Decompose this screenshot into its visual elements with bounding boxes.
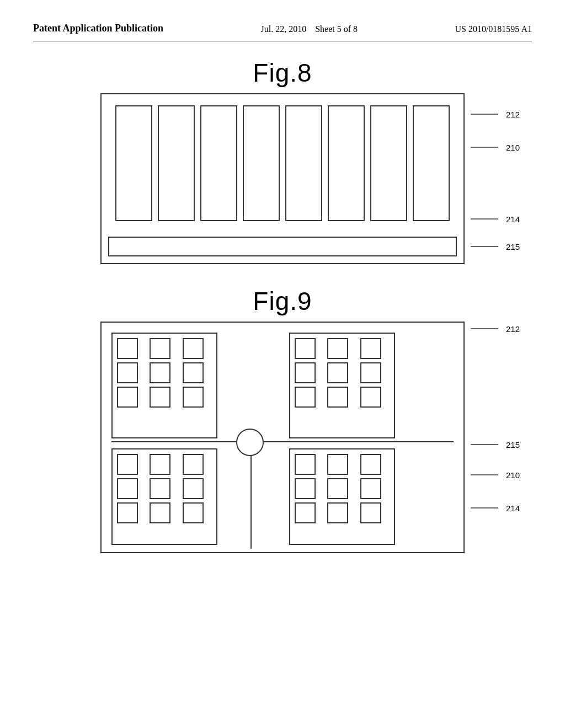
grid-bottom-left bbox=[111, 448, 217, 545]
ref-214-fig9: 214 bbox=[471, 504, 520, 513]
grid-top-right bbox=[289, 333, 395, 438]
cell-tr-3 bbox=[360, 338, 381, 359]
cell-br-1 bbox=[295, 454, 316, 475]
publication-title: Patent Application Publication bbox=[33, 22, 163, 35]
fin-1 bbox=[115, 105, 152, 221]
cell-tl-7 bbox=[117, 387, 138, 408]
cell-br-8 bbox=[327, 502, 348, 523]
cell-br-7 bbox=[295, 502, 316, 523]
ref-214-label-fig8: 214 bbox=[506, 215, 520, 224]
ref-215-line-fig9 bbox=[471, 440, 504, 449]
fig9-diagram bbox=[100, 322, 465, 553]
ref-212-fig9: 212 bbox=[471, 324, 520, 334]
ref-210-fig9: 210 bbox=[471, 470, 520, 480]
circle-connector bbox=[236, 429, 264, 456]
cell-tl-5 bbox=[150, 362, 170, 383]
cell-tr-9 bbox=[360, 387, 381, 408]
ref-215-line bbox=[471, 242, 504, 251]
cell-tl-1 bbox=[117, 338, 138, 359]
cell-tl-4 bbox=[117, 362, 138, 383]
grid-top-left bbox=[111, 333, 217, 438]
cell-tr-7 bbox=[295, 387, 316, 408]
cell-br-4 bbox=[295, 478, 316, 499]
patent-page: Patent Application Publication Jul. 22, … bbox=[0, 0, 565, 728]
ref-210-label-fig8: 210 bbox=[506, 143, 520, 152]
cell-tl-8 bbox=[150, 387, 170, 408]
ref-212-fig8: 212 bbox=[471, 110, 520, 119]
fin-7 bbox=[370, 105, 407, 221]
ref-215-fig9: 215 bbox=[471, 440, 520, 449]
fin-2 bbox=[158, 105, 195, 221]
fin-4 bbox=[243, 105, 280, 221]
ref-210-line bbox=[471, 143, 504, 152]
cell-bl-4 bbox=[117, 478, 138, 499]
ref-212-line bbox=[471, 110, 504, 119]
cell-bl-7 bbox=[117, 502, 138, 523]
ref-215-label-fig9: 215 bbox=[506, 440, 520, 449]
ref-210-fig8: 210 bbox=[471, 143, 520, 152]
fig8-bottom-bar bbox=[108, 237, 457, 256]
ref-214-line-fig9 bbox=[471, 504, 504, 512]
cell-tr-1 bbox=[295, 338, 316, 359]
cell-br-6 bbox=[360, 478, 381, 499]
fig8-diagram bbox=[100, 93, 465, 264]
cell-br-5 bbox=[327, 478, 348, 499]
ref-215-fig8: 215 bbox=[471, 242, 520, 251]
cell-tr-5 bbox=[327, 362, 348, 383]
cell-tl-3 bbox=[183, 338, 204, 359]
cell-bl-3 bbox=[183, 454, 204, 475]
grid-bottom-right bbox=[289, 448, 395, 545]
ref-210-line-fig9 bbox=[471, 470, 504, 479]
ref-212-label-fig9: 212 bbox=[506, 324, 520, 334]
fig8-fins-row bbox=[102, 94, 463, 221]
fin-6 bbox=[328, 105, 365, 221]
fin-8 bbox=[413, 105, 450, 221]
fig8-title: Fig.8 bbox=[95, 58, 470, 88]
cell-bl-5 bbox=[150, 478, 170, 499]
cell-tr-2 bbox=[327, 338, 348, 359]
ref-210-label-fig9: 210 bbox=[506, 470, 520, 480]
ref-214-line bbox=[471, 215, 504, 223]
fig9-title: Fig.9 bbox=[95, 286, 470, 316]
cell-tl-9 bbox=[183, 387, 204, 408]
patent-number: US 2010/0181595 A1 bbox=[455, 22, 532, 36]
cell-br-9 bbox=[360, 502, 381, 523]
cell-tl-2 bbox=[150, 338, 170, 359]
ref-214-fig8: 214 bbox=[471, 215, 520, 224]
cell-tl-6 bbox=[183, 362, 204, 383]
cell-tr-4 bbox=[295, 362, 316, 383]
pub-date: Jul. 22, 2010 bbox=[260, 24, 306, 34]
sheet-info: Sheet 5 of 8 bbox=[315, 24, 358, 34]
fin-3 bbox=[200, 105, 237, 221]
ref-212-label-fig8: 212 bbox=[506, 110, 520, 119]
cell-tr-8 bbox=[327, 387, 348, 408]
cell-bl-9 bbox=[183, 502, 204, 523]
cell-bl-6 bbox=[183, 478, 204, 499]
cell-bl-2 bbox=[150, 454, 170, 475]
ref-214-label-fig9: 214 bbox=[506, 504, 520, 513]
cell-br-2 bbox=[327, 454, 348, 475]
fin-5 bbox=[285, 105, 322, 221]
ref-215-label-fig8: 215 bbox=[506, 242, 520, 251]
cell-br-3 bbox=[360, 454, 381, 475]
cell-bl-8 bbox=[150, 502, 170, 523]
divider-vertical bbox=[250, 441, 252, 549]
figure-9-container: Fig.9 bbox=[95, 286, 470, 553]
cell-tr-6 bbox=[360, 362, 381, 383]
divider-horizontal bbox=[111, 441, 454, 442]
figure-8-container: Fig.8 bbox=[95, 58, 470, 264]
cell-bl-1 bbox=[117, 454, 138, 475]
ref-212-line-fig9 bbox=[471, 324, 504, 333]
page-header: Patent Application Publication Jul. 22, … bbox=[33, 22, 532, 41]
publication-date-sheet: Jul. 22, 2010 Sheet 5 of 8 bbox=[260, 22, 358, 36]
